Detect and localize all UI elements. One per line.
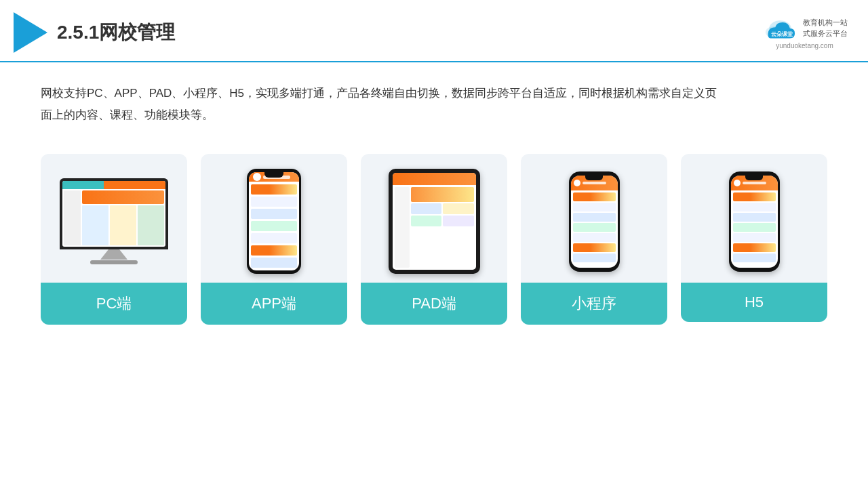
device-card-app: APP端: [201, 154, 347, 325]
tablet-outer: [389, 169, 480, 274]
mini-phone-notch-1: [585, 176, 603, 180]
phone-row-5: [251, 233, 297, 243]
h5-mini-row-3: [733, 213, 776, 222]
tablet-body: [393, 185, 476, 270]
phone-row-4: [251, 221, 297, 231]
devices-row: PC端: [41, 154, 827, 325]
tablet-card-4: [443, 216, 474, 226]
pc-image-area: [41, 154, 187, 283]
brand-tagline: 教育机构一站 式服务云平台: [803, 18, 848, 39]
logo-triangle-icon: [14, 12, 47, 53]
h5-mini-row-4: [733, 223, 776, 232]
tablet-sidebar: [395, 187, 410, 268]
mini-row-1: [573, 192, 616, 201]
brand-area: 云朵课堂 教育机构一站 式服务云平台 yunduoketang.com: [762, 16, 848, 49]
mini-body-2: [731, 190, 778, 268]
h5-image-area: [681, 154, 827, 283]
mini-phone-notch-2: [745, 176, 763, 180]
mini-phone-screen-1: [571, 176, 618, 268]
phone-avatar-icon: [253, 173, 261, 181]
h5-mini-row-6: [733, 243, 776, 252]
mini-row-5: [573, 233, 616, 242]
mini-avatar-1: [574, 180, 580, 186]
header-left: 2.5.1网校管理: [14, 12, 175, 53]
phone-row-1: [251, 184, 297, 195]
h5-label: H5: [681, 283, 827, 322]
h5-phone: [729, 171, 780, 272]
brand-logo: 云朵课堂 教育机构一站 式服务云平台: [762, 16, 848, 41]
page-title: 2.5.1网校管理: [57, 20, 175, 45]
phone-notch: [264, 172, 283, 178]
screen-sidebar: [64, 190, 81, 245]
mini-title-2: [743, 182, 766, 184]
phone-row-6: [251, 245, 297, 256]
mini-row-2: [573, 203, 616, 211]
phone-outer: [247, 169, 301, 274]
pc-monitor: [60, 178, 168, 264]
screen-card-2: [110, 205, 136, 245]
h5-mini-row-1: [733, 192, 776, 201]
svg-text:云朵课堂: 云朵课堂: [771, 30, 793, 37]
h5-mini-row-5: [733, 233, 776, 242]
app-phone: [247, 169, 301, 274]
cloud-icon: 云朵课堂: [762, 16, 799, 41]
mini-row-4: [573, 223, 616, 232]
tablet-card-2: [443, 203, 474, 214]
tablet-device: [389, 169, 480, 274]
description-text: 网校支持PC、APP、PAD、小程序、H5，实现多端打通，产品各终端自由切换，数…: [41, 83, 719, 127]
screen-cards: [82, 205, 164, 245]
tablet-screen: [393, 173, 476, 270]
screen-card-3: [138, 205, 164, 245]
phone-row-7: [251, 258, 297, 268]
pc-label: PC端: [41, 283, 187, 325]
monitor-screen-outer: [60, 178, 168, 249]
h5-mini-row-2: [733, 203, 776, 211]
h5-mini-row-7: [733, 253, 776, 262]
device-card-h5: H5: [681, 154, 827, 322]
miniprogram-image-area: [521, 154, 667, 283]
screen-content: [62, 181, 165, 247]
pad-image-area: [361, 154, 507, 283]
phone-screen: [249, 172, 299, 270]
monitor-screen-inner: [62, 181, 165, 247]
device-card-pad: PAD端: [361, 154, 507, 325]
tablet-card-3: [411, 216, 442, 226]
tablet-grid: [411, 203, 474, 226]
screen-main: [82, 190, 164, 245]
monitor-stand: [100, 249, 127, 260]
tablet-banner: [411, 187, 474, 202]
tablet-card-1: [411, 203, 442, 214]
miniprogram-label: 小程序: [521, 283, 667, 325]
screen-card-1: [82, 205, 108, 245]
mini-row-3: [573, 213, 616, 222]
tablet-top-bar: [393, 173, 476, 185]
device-card-pc: PC端: [41, 154, 187, 325]
phone-screen-body: [249, 182, 299, 270]
mini-phone-screen-2: [731, 176, 778, 268]
app-image-area: [201, 154, 347, 283]
tablet-main: [411, 187, 474, 268]
mini-row-6: [573, 243, 616, 252]
page-header: 2.5.1网校管理 云朵课堂 教育机构一站 式服务云平台 yunduoketan…: [0, 0, 868, 62]
mini-avatar-2: [734, 180, 741, 186]
phone-row-2: [251, 197, 297, 207]
miniprogram-phone: [569, 171, 620, 272]
screen-top-bar: [62, 181, 165, 189]
main-content: 网校支持PC、APP、PAD、小程序、H5，实现多端打通，产品各终端自由切换，数…: [0, 62, 868, 338]
pad-label: PAD端: [361, 283, 507, 325]
screen-body: [62, 189, 165, 247]
mini-phone-outer-1: [569, 171, 620, 272]
mini-phone-outer-2: [729, 171, 780, 272]
screen-banner: [82, 190, 164, 204]
phone-row-3: [251, 209, 297, 219]
app-label: APP端: [201, 283, 347, 325]
mini-row-7: [573, 253, 616, 262]
device-card-miniprogram: 小程序: [521, 154, 667, 325]
brand-domain: yunduoketang.com: [776, 42, 833, 49]
mini-body-1: [571, 190, 618, 268]
mini-title-1: [583, 182, 606, 184]
monitor-base: [90, 260, 138, 264]
